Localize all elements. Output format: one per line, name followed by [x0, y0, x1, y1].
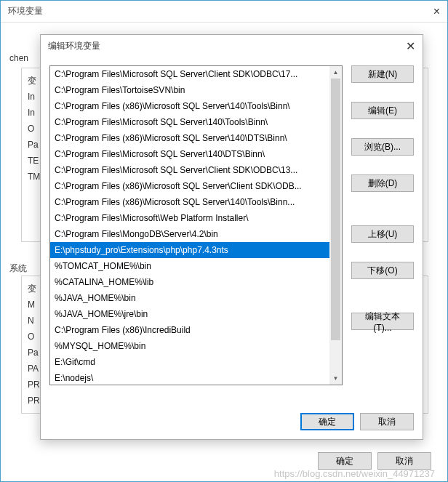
list-item[interactable]: C:\Program Files (x86)\IncrediBuild [50, 322, 342, 338]
list-item[interactable]: C:\Program Files (x86)\Microsoft SQL Ser… [50, 130, 342, 146]
list-item[interactable]: %JAVA_HOME%\bin [50, 290, 342, 306]
list-item[interactable]: E:\phpstudy_pro\Extensions\php\php7.4.3n… [50, 242, 342, 258]
outer-title: 环境变量 [8, 5, 43, 17]
browse-button[interactable]: 浏览(B)... [351, 138, 414, 156]
list-item[interactable]: E:\Git\cmd [50, 354, 342, 370]
movedown-button[interactable]: 下移(O) [351, 262, 414, 279]
list-item[interactable]: C:\Program Files\MongoDB\Server\4.2\bin [50, 226, 342, 242]
scroll-thumb[interactable] [331, 79, 340, 340]
path-listbox[interactable]: C:\Program Files\Microsoft SQL Server\Cl… [49, 65, 343, 385]
outer-titlebar: 环境变量 × [1, 1, 447, 23]
list-item[interactable]: C:\Program Files\Microsoft SQL Server\Cl… [50, 162, 342, 178]
list-item[interactable]: %CATALINA_HOME%\lib [50, 274, 342, 290]
scrollbar[interactable]: ▲ ▼ [329, 66, 342, 385]
list-item[interactable]: %TOMCAT_HOME%\bin [50, 258, 342, 274]
list-item[interactable]: C:\Program Files\Microsoft\Web Platform … [50, 210, 342, 226]
inner-body: C:\Program Files\Microsoft SQL Server\Cl… [41, 57, 423, 439]
outer-ok-button[interactable]: 确定 [318, 452, 372, 470]
outer-footer-buttons: 确定 取消 [318, 452, 431, 470]
side-buttons: 新建(N) 编辑(E) 浏览(B)... 删除(D) 上移(U) 下移(O) 编… [351, 65, 414, 400]
inner-titlebar: 编辑环境变量 ✕ [41, 35, 423, 57]
outer-cancel-button[interactable]: 取消 [377, 452, 431, 470]
inner-cancel-button[interactable]: 取消 [360, 413, 414, 430]
scroll-down-icon[interactable]: ▼ [329, 372, 342, 385]
inner-footer: 确定 取消 [49, 407, 414, 430]
inner-ok-button[interactable]: 确定 [300, 413, 354, 430]
user-vars-label: chen [9, 53, 28, 63]
scroll-up-icon[interactable]: ▲ [329, 66, 342, 79]
list-item[interactable]: %JAVA_HOME%\jre\bin [50, 306, 342, 322]
delete-button[interactable]: 删除(D) [351, 174, 414, 192]
list-item[interactable]: C:\Program Files (x86)\Microsoft SQL Ser… [50, 178, 342, 194]
inner-title: 编辑环境变量 [48, 40, 100, 52]
list-item[interactable]: C:\Program Files\Microsoft SQL Server\14… [50, 146, 342, 162]
watermark-text: https://blog.csdn.net/weixin_44971237 [274, 468, 435, 479]
list-item[interactable]: C:\Program Files\TortoiseSVN\bin [50, 82, 342, 98]
new-button[interactable]: 新建(N) [351, 65, 414, 83]
inner-main: C:\Program Files\Microsoft SQL Server\Cl… [49, 65, 414, 400]
list-item[interactable]: %MYSQL_HOME%\bin [50, 338, 342, 354]
close-icon[interactable]: ✕ [406, 39, 415, 53]
list-item[interactable]: C:\Program Files\Microsoft SQL Server\Cl… [50, 66, 342, 82]
moveup-button[interactable]: 上移(U) [351, 225, 414, 243]
edit-env-var-dialog: 编辑环境变量 ✕ C:\Program Files\Microsoft SQL … [40, 34, 423, 440]
edit-button[interactable]: 编辑(E) [351, 102, 414, 119]
list-item[interactable]: C:\Program Files\Microsoft SQL Server\14… [50, 114, 342, 130]
list-item[interactable]: E:\nodejs\ [50, 370, 342, 385]
system-vars-label: 系统 [9, 262, 27, 275]
close-icon[interactable]: × [433, 5, 440, 18]
list-item[interactable]: C:\Program Files (x86)\Microsoft SQL Ser… [50, 194, 342, 210]
list-item[interactable]: C:\Program Files (x86)\Microsoft SQL Ser… [50, 98, 342, 114]
edittext-button[interactable]: 编辑文本(T)... [351, 313, 414, 330]
